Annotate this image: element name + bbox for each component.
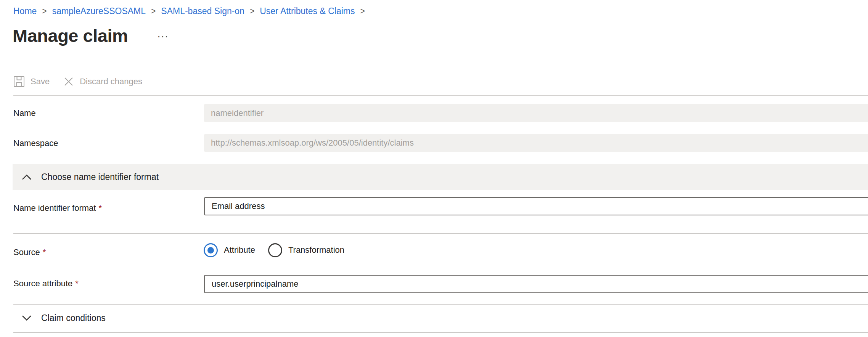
name-label: Name [13,108,36,118]
name-identifier-format-select[interactable]: Email address [204,197,868,215]
breadcrumb-link-home[interactable]: Home [13,6,37,16]
breadcrumb-link-user-attributes-claims[interactable]: User Attributes & Claims [260,6,355,16]
discard-changes-label: Discard changes [80,77,142,87]
command-bar: Save Discard changes [13,73,142,90]
namespace-label: Namespace [13,138,58,148]
source-radio-group: Attribute Transformation [204,243,357,257]
divider [13,332,868,333]
source-attribute-input[interactable]: user.userprincipalname [204,275,868,293]
name-value: nameidentifier [211,108,264,118]
breadcrumb-link-saml-signon[interactable]: SAML-based Sign-on [161,6,244,16]
namespace-input: http://schemas.xmlsoap.org/ws/2005/05/id… [204,134,868,152]
name-identifier-format-value: Email address [212,201,265,211]
required-asterisk: * [43,247,46,257]
divider [13,233,868,234]
section-claim-conditions[interactable]: Claim conditions [13,305,868,331]
source-label: Source* [13,247,46,257]
source-attribute-value: user.userprincipalname [212,279,298,289]
name-input: nameidentifier [204,104,868,122]
section-title: Choose name identifier format [41,172,159,182]
section-title: Claim conditions [41,313,106,323]
chevron-up-icon [22,174,32,180]
radio-attribute[interactable] [204,243,218,257]
page-title: Manage claim [13,25,128,46]
required-asterisk: * [75,279,79,288]
save-button[interactable]: Save [13,76,50,87]
breadcrumb-separator-icon: > [360,6,365,16]
source-attribute-label: Source attribute* [13,279,79,289]
save-icon [13,76,25,87]
more-options-button[interactable]: ··· [157,30,169,42]
name-identifier-format-label: Name identifier format* [13,203,102,213]
save-button-label: Save [31,77,50,87]
breadcrumb-separator-icon: > [250,6,254,16]
breadcrumb-link-app[interactable]: sampleAzureSSOSAML [52,6,146,16]
discard-changes-button[interactable]: Discard changes [63,76,142,87]
radio-dot [207,247,214,254]
breadcrumb-separator-icon: > [42,6,47,16]
required-asterisk: * [98,203,102,213]
close-icon [63,76,74,87]
manage-claim-page: Home > sampleAzureSSOSAML > SAML-based S… [0,0,868,337]
radio-transformation-label[interactable]: Transformation [288,245,344,255]
radio-attribute-label[interactable]: Attribute [224,245,255,255]
breadcrumb: Home > sampleAzureSSOSAML > SAML-based S… [13,5,370,18]
toolbar-divider [13,95,868,96]
section-choose-name-identifier-format[interactable]: Choose name identifier format [13,164,868,190]
breadcrumb-separator-icon: > [151,6,156,16]
radio-transformation[interactable] [268,243,282,257]
namespace-value: http://schemas.xmlsoap.org/ws/2005/05/id… [211,138,414,148]
chevron-down-icon [22,315,32,321]
